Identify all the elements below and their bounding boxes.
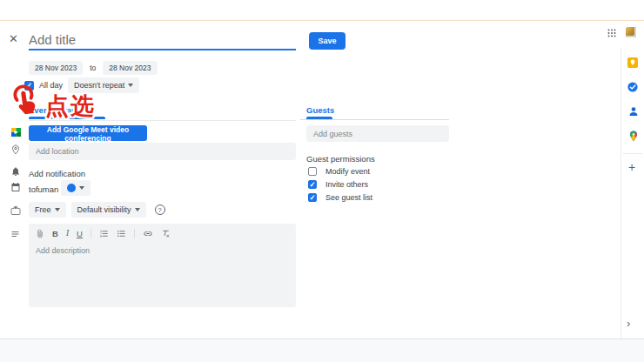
calendar-icon: [10, 182, 21, 192]
google-meet-icon: [11, 128, 21, 137]
top-divider: [0, 20, 644, 21]
tab-guests[interactable]: Guests: [306, 105, 334, 115]
toolbar-separator: [134, 229, 135, 238]
calendar-color-dot: [67, 184, 76, 192]
chevron-down-icon: [55, 208, 60, 211]
underline-button[interactable]: U: [77, 229, 83, 238]
panel-icons-divider: [623, 153, 642, 154]
event-editor-page: ✕ Save 28 Nov 2023 to 28 Nov 2023 All da…: [0, 0, 644, 362]
chevron-down-icon: [79, 186, 84, 190]
toolbar-separator: [91, 229, 91, 238]
see-guest-list-checkbox[interactable]: [308, 193, 317, 202]
notes-icon: [10, 229, 21, 239]
collapse-panel-chevron-icon[interactable]: ›: [627, 317, 630, 330]
recurrence-dropdown[interactable]: Doesn't repeat: [68, 77, 139, 93]
description-input[interactable]: [29, 243, 296, 304]
bell-icon: [10, 166, 21, 177]
description-toolbar: B I U: [29, 224, 296, 243]
add-meet-button[interactable]: Add Google Meet video conferencing: [29, 125, 147, 141]
location-input[interactable]: [29, 143, 296, 160]
permission-label: Modify event: [325, 167, 370, 176]
get-add-ons-button[interactable]: +: [628, 160, 635, 174]
calendar-color-dropdown[interactable]: [61, 180, 91, 196]
location-pin-icon: [10, 144, 21, 155]
invite-others-checkbox[interactable]: [308, 180, 317, 189]
briefcase-icon: [10, 205, 21, 216]
keep-icon[interactable]: [627, 57, 638, 68]
all-day-checkbox[interactable]: [24, 81, 34, 90]
add-guests-input[interactable]: [306, 125, 449, 142]
title-input[interactable]: [29, 30, 296, 50]
end-date-chip[interactable]: 28 Nov 2023: [103, 61, 157, 75]
paperclip-icon[interactable]: [36, 229, 44, 238]
calendar-name: tofuman: [29, 184, 58, 194]
contacts-icon[interactable]: [628, 106, 639, 117]
permission-label: See guest list: [325, 193, 372, 202]
maps-icon[interactable]: [628, 131, 639, 142]
tabs-divider-right: [300, 119, 449, 120]
all-day-label: All day: [39, 81, 63, 90]
permission-row-invite-others: Invite others: [308, 180, 368, 189]
permission-label: Invite others: [325, 180, 368, 189]
permission-row-modify-event: Modify event: [308, 167, 370, 176]
italic-button[interactable]: I: [66, 229, 69, 238]
tasks-icon[interactable]: [627, 82, 638, 92]
apps-grid-icon[interactable]: [607, 28, 617, 38]
save-button[interactable]: Save: [309, 32, 345, 50]
visibility-dropdown[interactable]: Default visibility: [71, 202, 146, 218]
tab-event-details[interactable]: Event Details: [29, 105, 81, 115]
format-clear-icon[interactable]: [161, 229, 171, 238]
permission-row-see-guest-list: See guest list: [308, 193, 372, 202]
bulleted-list-icon[interactable]: [117, 229, 126, 238]
tabs-divider-left: [29, 120, 296, 121]
guest-permissions-title: Guest permissions: [306, 154, 375, 164]
modify-event-checkbox[interactable]: [308, 167, 317, 176]
description-box: B I U: [29, 224, 296, 307]
extension-icon[interactable]: [626, 27, 636, 37]
tab-active-underline: [29, 117, 105, 119]
footer-strip: [0, 339, 644, 362]
numbered-list-icon[interactable]: [99, 229, 109, 238]
start-date-chip[interactable]: 28 Nov 2023: [29, 61, 83, 75]
bold-button[interactable]: B: [52, 229, 58, 238]
close-icon[interactable]: ✕: [9, 33, 18, 45]
chevron-down-icon: [128, 84, 133, 87]
help-icon[interactable]: ?: [155, 204, 165, 215]
add-notification-button[interactable]: Add notification: [29, 169, 85, 178]
link-icon[interactable]: [143, 229, 153, 238]
busy-status-dropdown[interactable]: Free: [29, 202, 66, 218]
chevron-down-icon: [135, 208, 140, 211]
to-label: to: [90, 64, 96, 72]
side-panel-divider: [621, 48, 621, 339]
